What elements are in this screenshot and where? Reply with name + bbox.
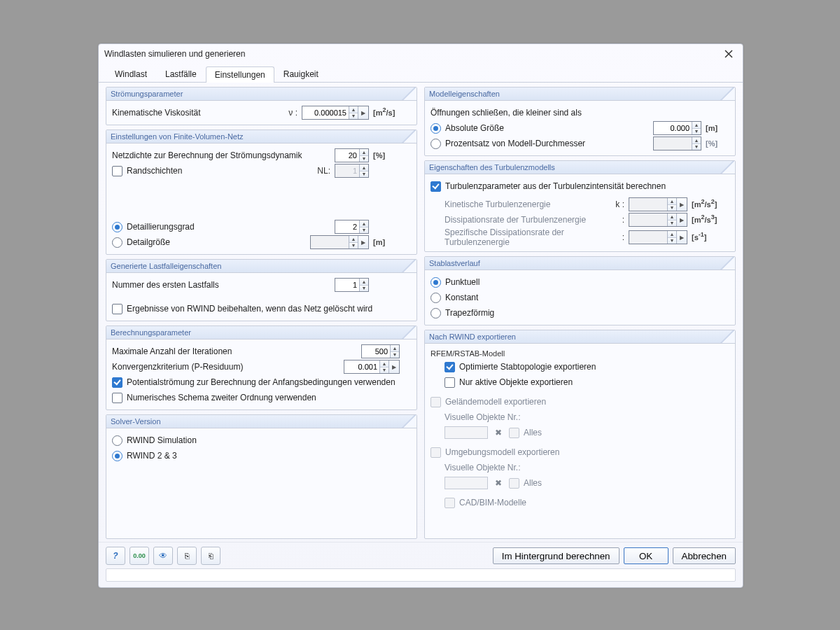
- pick-icon: ✖: [492, 426, 505, 439]
- env-all-check: Alles: [509, 478, 542, 489]
- group-turbulence: Eigenschaften des Turbulenzmodells Turbu…: [424, 160, 736, 252]
- mesh-density-input[interactable]: ▲▼: [335, 148, 369, 162]
- group-memberload: Stablastverlauf Punktuell Konstant Trape…: [424, 256, 736, 326]
- radio-icon: [112, 222, 122, 232]
- view-button[interactable]: 👁: [153, 547, 173, 565]
- percent-unit: [%]: [706, 139, 729, 148]
- convergence-input[interactable]: ▲▼ ▶: [344, 360, 400, 374]
- checkbox-icon: [112, 377, 122, 388]
- paste-icon: ⎗: [209, 552, 214, 560]
- checkbox-icon: [444, 377, 455, 388]
- eye-icon: 👁: [159, 551, 167, 561]
- memberload-trapez-radio[interactable]: Trapezförmig: [430, 308, 494, 318]
- turb-omega-label: Spezifische Dissipationsrate der Turbule…: [444, 227, 608, 247]
- units-button[interactable]: 0.00: [130, 547, 149, 565]
- percent-radio[interactable]: Prozentsatz von Modell-Durchmesser: [430, 139, 585, 149]
- terrain-all-check: Alles: [509, 428, 542, 438]
- radio-icon: [112, 237, 122, 248]
- checkbox-icon: [430, 181, 441, 192]
- copy-button[interactable]: ⎘: [177, 547, 197, 565]
- radio-icon: [112, 435, 122, 446]
- mesh-density-unit: [%]: [373, 151, 411, 160]
- turb-omega-input: ▲▼▶: [629, 230, 687, 244]
- tab-rauigkeit[interactable]: Rauigkeit: [274, 66, 328, 82]
- absolute-size-radio[interactable]: Absolute Größe: [430, 123, 504, 134]
- viscosity-input[interactable]: ▲▼ ▶: [302, 106, 369, 120]
- group-memberload-title: Stablastverlauf: [425, 257, 735, 270]
- radio-icon: [430, 139, 441, 149]
- tab-einstellungen[interactable]: Einstellungen: [206, 66, 274, 83]
- footer-icon-bar: ? 0.00 👁 ⎘ ⎗: [106, 547, 220, 565]
- group-generated-title: Generierte Lastfalleigenschaften: [106, 260, 416, 273]
- group-model: Modelleigenschaften Öffnungen schließen,…: [424, 87, 736, 156]
- detailsize-input: ▲▼ ▶: [310, 235, 369, 249]
- first-lc-input[interactable]: ▲▼: [335, 278, 369, 292]
- window-title: Windlasten simulieren und generieren: [104, 49, 245, 59]
- radio-icon: [430, 277, 441, 288]
- group-generated: Generierte Lastfalleigenschaften Nummer …: [106, 259, 417, 321]
- env-visobj-label: Visuelle Objekte Nr.:: [444, 463, 521, 472]
- export-env-check: Umgebungsmodell exportieren: [430, 447, 559, 458]
- tab-lastfaelle[interactable]: Lastfälle: [156, 66, 206, 82]
- viscosity-unit: [m2/s]: [373, 108, 411, 117]
- group-solver: Solver-Version RWIND Simulation RWIND 2: [106, 414, 417, 539]
- tab-bar: Windlast Lastfälle Einstellungen Rauigke…: [99, 64, 743, 83]
- export-rfem-heading: RFEM/RSTAB-Modell: [430, 349, 729, 358]
- mesh-density-label: Netzdichte zur Berechnung der Strömungsd…: [112, 150, 330, 160]
- turb-from-intensity-check[interactable]: Turbulenzparameter aus der Turbulenzinte…: [430, 181, 666, 192]
- viscosity-label: Kinematische Viskosität: [112, 108, 281, 118]
- checkbox-icon: [509, 428, 519, 438]
- help-button[interactable]: ?: [106, 547, 125, 565]
- group-export-title: Nach RWIND exportieren: [425, 330, 735, 344]
- close-button[interactable]: [720, 47, 737, 61]
- checkbox-icon: [430, 447, 441, 458]
- maxiter-input[interactable]: ▲▼: [361, 344, 400, 358]
- group-model-title: Modelleigenschaften: [425, 88, 735, 101]
- export-terrain-check: Geländemodell exportieren: [430, 397, 546, 407]
- detaillevel-radio[interactable]: Detaillierungsgrad: [112, 222, 195, 232]
- turb-k-input: ▲▼▶: [629, 197, 687, 211]
- solver-rwind23-radio[interactable]: RWIND 2 & 3: [112, 451, 177, 461]
- solver-rwind-sim-radio[interactable]: RWIND Simulation: [112, 435, 197, 446]
- memberload-konstant-radio[interactable]: Konstant: [430, 293, 478, 303]
- ok-button[interactable]: OK: [624, 547, 668, 564]
- export-opt-topo-check[interactable]: Optimierte Stabtopologie exportieren: [444, 362, 596, 372]
- background-calc-button[interactable]: Im Hintergrund berechnen: [493, 547, 620, 564]
- absolute-size-input[interactable]: ▲▼: [653, 121, 701, 135]
- terrain-visobj-label: Visuelle Objekte Nr.:: [444, 412, 521, 422]
- nl-label: NL:: [312, 166, 330, 176]
- group-fvm-title: Einstellungen von Finite-Volumen-Netz: [106, 130, 416, 144]
- turb-eps-label: Dissipationsrate der Turbulenzenergie: [444, 215, 608, 225]
- detaillevel-input[interactable]: ▲▼: [335, 220, 369, 234]
- radio-icon: [430, 293, 441, 303]
- export-active-only-check[interactable]: Nur aktive Objekte exportieren: [444, 377, 573, 388]
- checkbox-icon: [509, 478, 519, 489]
- boundary-layers-check[interactable]: Randschichten: [112, 166, 182, 176]
- paste-button[interactable]: ⎗: [201, 547, 220, 565]
- group-calc: Berechnungsparameter Maximale Anzahl der…: [106, 326, 417, 410]
- checkbox-icon: [444, 362, 455, 372]
- keep-results-check[interactable]: Ergebnisse von RWIND beibehalten, wenn d…: [112, 304, 372, 314]
- group-flow: Strömungsparameter Kinematische Viskosit…: [106, 87, 417, 125]
- group-solver-title: Solver-Version: [106, 415, 416, 428]
- radio-icon: [112, 451, 122, 461]
- convergence-label: Konvergenzkriterium (P-Residuum): [112, 362, 340, 372]
- checkbox-icon: [430, 397, 441, 407]
- dialog-footer: ? 0.00 👁 ⎘ ⎗ Im Hintergrund berechnen OK…: [99, 542, 743, 587]
- left-column: Strömungsparameter Kinematische Viskosit…: [106, 87, 417, 539]
- turb-eps-input: ▲▼▶: [629, 213, 687, 227]
- cancel-button[interactable]: Abbrechen: [673, 547, 736, 564]
- group-calc-title: Berechnungsparameter: [106, 326, 416, 340]
- env-visobj-input: [444, 477, 488, 489]
- secondorder-check[interactable]: Numerisches Schema zweiter Ordnung verwe…: [112, 393, 316, 403]
- memberload-punktuell-radio[interactable]: Punktuell: [430, 277, 479, 288]
- detailsize-radio[interactable]: Detailgröße: [112, 237, 170, 248]
- tab-windlast[interactable]: Windlast: [106, 66, 156, 82]
- first-lc-label: Nummer des ersten Lastfalls: [112, 280, 330, 290]
- status-bar: [106, 568, 736, 582]
- potentialflow-check[interactable]: Potentialströmung zur Berechnung der Anf…: [112, 377, 396, 388]
- group-turbulence-title: Eigenschaften des Turbulenzmodells: [425, 161, 735, 174]
- dialog-body: Strömungsparameter Kinematische Viskosit…: [99, 83, 743, 542]
- terrain-visobj-input: [444, 426, 488, 439]
- dialog-window: Windlasten simulieren und generieren Win…: [98, 43, 743, 588]
